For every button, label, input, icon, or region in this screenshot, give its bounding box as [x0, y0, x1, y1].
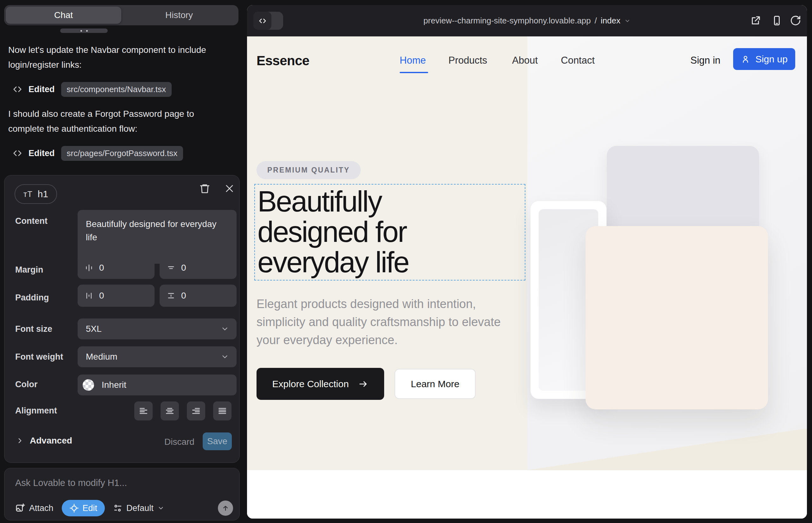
element-tag: h1: [38, 189, 48, 199]
mobile-view-icon[interactable]: [771, 15, 782, 26]
tab-history[interactable]: History: [121, 7, 237, 24]
nav-about[interactable]: About: [512, 55, 538, 66]
font-size-select[interactable]: 5XL: [77, 319, 236, 339]
nav-products[interactable]: Products: [448, 55, 487, 66]
preview-page: index: [601, 16, 620, 26]
padding-x-icon: [85, 291, 93, 300]
font-weight-label: Font weight: [15, 352, 63, 362]
typography-icon: тT: [23, 190, 33, 199]
edit-mode-chip[interactable]: Edit: [62, 500, 105, 516]
align-right-icon: [191, 406, 201, 416]
sign-in-link[interactable]: Sign in: [690, 55, 721, 66]
open-external-icon[interactable]: [750, 15, 761, 26]
app-window: Chat History Now let's update the Navbar…: [0, 0, 812, 523]
save-button[interactable]: Save: [203, 432, 232, 450]
hero-heading[interactable]: Beautifully designed for everyday life: [258, 186, 408, 277]
learn-more-button[interactable]: Learn More: [394, 369, 476, 399]
color-label: Color: [15, 380, 38, 390]
trash-icon[interactable]: [199, 183, 210, 194]
alignment-label: Alignment: [15, 406, 57, 416]
user-icon: [741, 54, 750, 64]
site-content: Essence Home Products About Contact Sign…: [247, 36, 807, 519]
code-icon: [13, 148, 22, 158]
discard-button[interactable]: Discard: [164, 437, 194, 447]
padding-y-input[interactable]: 0: [160, 285, 236, 307]
nav-contact[interactable]: Contact: [561, 55, 595, 66]
sliders-icon: [113, 503, 123, 513]
site-logo[interactable]: Essence: [257, 53, 310, 68]
nav-home[interactable]: Home: [400, 55, 426, 66]
clipped-pill: [60, 29, 108, 33]
browser-chrome: preview--charming-site-symphony.lovable.…: [247, 5, 807, 36]
font-weight-select[interactable]: Medium: [77, 346, 236, 367]
align-left-button[interactable]: [134, 401, 153, 420]
chat-history-tabbar: Chat History: [4, 5, 239, 25]
attach-button[interactable]: Attach: [15, 503, 54, 513]
code-view-toggle[interactable]: [253, 12, 283, 30]
align-justify-icon: [217, 406, 227, 416]
composer-input[interactable]: Ask Lovable to modify H1...: [15, 478, 127, 488]
image-plus-icon: [15, 503, 25, 513]
edited-file-row: Edited src/components/Navbar.tsx: [13, 82, 172, 97]
close-icon[interactable]: [224, 183, 235, 194]
margin-x-icon: [85, 264, 93, 272]
explore-collection-button[interactable]: Explore Collection: [257, 368, 384, 400]
preview-pane: preview--charming-site-symphony.lovable.…: [247, 5, 807, 519]
decor-card-cream: [586, 226, 768, 409]
align-center-button[interactable]: [161, 401, 179, 420]
align-justify-button[interactable]: [213, 401, 231, 420]
code-icon: [253, 12, 271, 30]
font-size-label: Font size: [15, 324, 52, 334]
color-swatch-icon: [83, 379, 94, 391]
margin-label: Margin: [15, 265, 43, 275]
color-select[interactable]: Inherit: [77, 375, 236, 395]
align-right-button[interactable]: [187, 401, 205, 420]
arrow-up-icon: [221, 504, 230, 512]
send-button[interactable]: [218, 501, 233, 516]
code-icon: [13, 85, 22, 94]
preview-url: preview--charming-site-symphony.lovable.…: [423, 16, 590, 26]
edit-action-label: Edited: [29, 85, 55, 94]
target-icon: [69, 503, 79, 513]
margin-y-icon: [166, 264, 175, 272]
hero-paragraph: Elegant products designed with intention…: [257, 295, 513, 349]
sign-up-button[interactable]: Sign up: [733, 48, 795, 70]
chevron-down-icon: [157, 505, 164, 511]
margin-x-input[interactable]: 0: [77, 257, 155, 279]
chat-composer: Ask Lovable to modify H1... Attach Edit: [4, 468, 240, 521]
advanced-toggle[interactable]: Advanced: [16, 436, 72, 446]
padding-label: Padding: [15, 293, 49, 303]
align-left-icon: [138, 406, 148, 416]
chat-message: I should also create a Forgot Password p…: [8, 106, 232, 136]
content-label: Content: [15, 216, 48, 226]
element-editor-panel: тT h1 Content Beautifully designed for e…: [4, 175, 240, 463]
chat-message: Now let's update the Navbar component to…: [8, 42, 232, 72]
arrow-right-icon: [358, 379, 368, 389]
selected-element-pill: тT h1: [15, 184, 57, 204]
padding-y-icon: [166, 291, 175, 300]
refresh-icon[interactable]: [790, 15, 801, 26]
edit-action-label: Edited: [29, 148, 55, 158]
mode-select[interactable]: Default: [113, 503, 164, 513]
padding-x-input[interactable]: 0: [77, 285, 155, 307]
chevron-down-icon: [624, 18, 631, 24]
premium-badge: PREMIUM QUALITY: [257, 161, 361, 179]
address-bar[interactable]: preview--charming-site-symphony.lovable.…: [423, 5, 631, 36]
tab-chat[interactable]: Chat: [6, 7, 121, 24]
content-input[interactable]: Beautifully designed for everyday life: [77, 210, 236, 264]
file-pill[interactable]: src/pages/ForgotPassword.tsx: [61, 146, 183, 161]
file-pill[interactable]: src/components/Navbar.tsx: [61, 82, 172, 97]
chevron-right-icon: [16, 437, 24, 445]
margin-y-input[interactable]: 0: [160, 257, 236, 279]
chevron-down-icon: [221, 325, 229, 333]
composer-toolbar: Attach Edit Default: [15, 499, 233, 517]
edited-file-row: Edited src/pages/ForgotPassword.tsx: [13, 146, 183, 161]
chevron-down-icon: [221, 353, 229, 361]
align-center-icon: [165, 406, 175, 416]
nav-active-underline: [400, 72, 428, 73]
